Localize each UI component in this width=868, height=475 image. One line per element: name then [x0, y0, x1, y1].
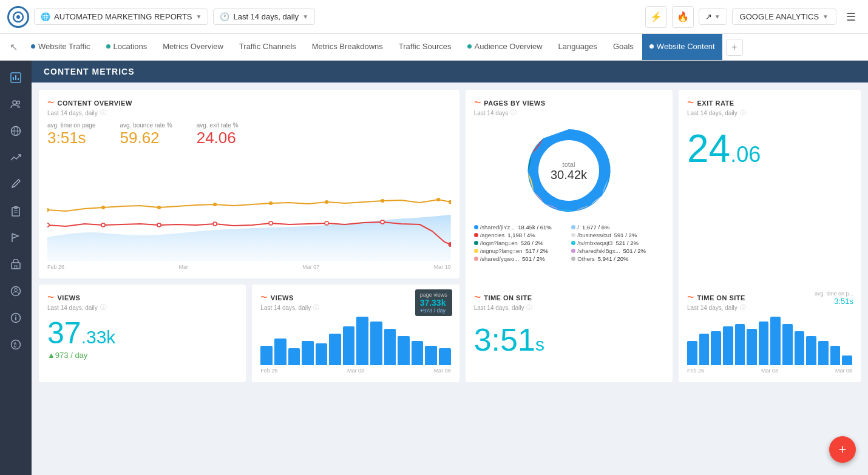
sidebar-icon-info[interactable]: [4, 306, 28, 330]
nav-tabs: ↖ Website Traffic Locations Metrics Over…: [0, 34, 868, 61]
tab-audience-overview[interactable]: Audience Overview: [460, 34, 550, 61]
tab-languages[interactable]: Languages: [551, 34, 605, 61]
svg-point-25: [101, 206, 105, 209]
info-icon3: ⓘ: [740, 109, 746, 117]
time2-barchart: [687, 317, 852, 365]
chevron-ga: ▼: [822, 13, 829, 20]
views1-title: 〜 VIEWS: [47, 293, 237, 302]
trend-icon2: 〜: [474, 98, 481, 107]
tab-traffic-sources[interactable]: Traffic Sources: [392, 34, 459, 61]
tab-traffic-channels[interactable]: Traffic Channels: [232, 34, 303, 61]
avg-bounce-stat: avg. bounce rate % 59.62: [120, 122, 172, 147]
tab-traffic-sources-label: Traffic Sources: [399, 42, 452, 51]
svg-point-31: [436, 198, 440, 201]
donut-legend: /shared/jiYz...18.45k / 61% /1,677 / 6% …: [474, 224, 664, 262]
svg-point-34: [101, 223, 105, 227]
date-range-label: Last 14 days, daily: [233, 12, 299, 21]
main-content: CONTENT METRICS 〜 CONTENT OVERVIEW Last …: [32, 61, 868, 475]
share-icon: ↗: [705, 12, 712, 21]
legend-item: /shared/sklBgx...501 / 2%: [571, 248, 664, 254]
sidebar-icon-chart[interactable]: [4, 66, 28, 90]
donut-chart: total 30.42k: [474, 122, 664, 219]
nav-back-btn[interactable]: ↖: [5, 41, 22, 53]
globe-icon: 🌐: [41, 12, 50, 21]
trend-icon6: 〜: [260, 293, 268, 302]
ga-label: GOOGLE ANALYTICS: [740, 12, 819, 21]
svg-point-1: [16, 15, 20, 19]
lightning-btn[interactable]: ⚡: [645, 6, 667, 28]
share-btn[interactable]: ↗ ▼: [699, 8, 727, 25]
avg-exit-value: 24.06: [197, 129, 239, 147]
exit-rate-card: 〜 EXIT RATE Last 14 days, daily ⓘ 24 .06: [679, 90, 861, 289]
views2-axis: Feb 26 Mar 03 Mar 08: [260, 368, 450, 374]
svg-point-39: [381, 220, 384, 224]
views2-barchart: [260, 317, 450, 365]
views1-value: 37 .33k: [47, 318, 237, 348]
tab-goals[interactable]: Goals: [606, 34, 641, 61]
report-label: AUTOMATED MARKETING REPORTS: [54, 12, 192, 21]
time2-card: 〜 TIME ON SITE Last 14 days, daily ⓘ avg…: [679, 285, 861, 382]
sidebar-icon-user-circle[interactable]: [4, 279, 28, 303]
logo[interactable]: [7, 6, 29, 28]
top-bar: 🌐 AUTOMATED MARKETING REPORTS ▼ 🕐 Last 1…: [0, 0, 868, 34]
tab-locations-label: Locations: [114, 42, 147, 51]
trend-icon5: 〜: [47, 293, 55, 302]
svg-point-7: [17, 101, 20, 104]
sidebar-icon-clipboard[interactable]: [4, 199, 28, 223]
ga-dropdown[interactable]: GOOGLE ANALYTICS ▼: [732, 8, 836, 25]
svg-point-18: [15, 289, 18, 292]
svg-point-6: [13, 101, 16, 104]
svg-text:total: total: [563, 161, 575, 168]
content-overview-subtitle: Last 14 days, daily ⓘ: [47, 109, 451, 117]
content-overview-title: 〜 CONTENT OVERVIEW: [47, 98, 451, 107]
stats-row: avg. time on page 3:51s avg. bounce rate…: [47, 122, 451, 147]
sidebar-icon-flag[interactable]: [4, 226, 28, 250]
legend-item: /agencies1,198 / 4%: [474, 232, 567, 238]
fire-btn[interactable]: 🔥: [672, 6, 694, 28]
avg-time-stat: avg. time on page 3:51s: [47, 122, 96, 147]
tab-metrics-overview-label: Metrics Overview: [163, 42, 223, 51]
sidebar-icon-edit[interactable]: [4, 172, 28, 197]
add-tab-btn[interactable]: +: [726, 39, 743, 56]
legend-item: /tv/mbxwqajt3521 / 2%: [571, 240, 664, 246]
sidebar-icon-users[interactable]: [4, 92, 28, 116]
legend-item: /business/cut591 / 2%: [571, 232, 664, 238]
svg-point-37: [269, 221, 273, 225]
tab-website-content[interactable]: Website Content: [642, 34, 722, 61]
dot-audience: [467, 44, 472, 49]
tab-metrics-breakdowns[interactable]: Metrics Breakdowns: [305, 34, 390, 61]
sidebar-icon-globe[interactable]: [4, 119, 28, 143]
legend-item: /1,677 / 6%: [571, 224, 664, 231]
svg-point-36: [213, 222, 217, 226]
dot-website-content: [649, 44, 654, 49]
fire-icon: 🔥: [677, 11, 689, 22]
main-layout: ₿ CONTENT METRICS 〜 CONTENT OVERVIEW Las…: [0, 61, 868, 475]
svg-rect-11: [12, 207, 19, 216]
views1-card: 〜 VIEWS Last 14 days, daily ⓘ 37 .33k ▲9…: [39, 285, 246, 382]
sidebar-icon-trending[interactable]: [4, 146, 28, 170]
tab-metrics-overview[interactable]: Metrics Overview: [155, 34, 231, 61]
report-dropdown[interactable]: 🌐 AUTOMATED MARKETING REPORTS ▼: [34, 8, 208, 25]
views1-sub: ▲973 / day: [47, 351, 237, 360]
svg-point-29: [325, 200, 328, 204]
time1-title: 〜 TIME ON SITE: [474, 293, 664, 302]
content-metrics-header: CONTENT METRICS: [32, 61, 868, 83]
tab-audience-label: Audience Overview: [475, 42, 543, 51]
views1-subtitle: Last 14 days, daily ⓘ: [47, 303, 237, 312]
avg-exit-stat: avg. exit rate % 24.06: [197, 122, 239, 147]
svg-point-24: [47, 208, 49, 212]
sidebar-icon-bitcoin[interactable]: ₿: [4, 332, 28, 357]
tab-website-traffic[interactable]: Website Traffic: [24, 34, 98, 61]
tab-locations[interactable]: Locations: [99, 34, 155, 61]
date-range-dropdown[interactable]: 🕐 Last 14 days, daily ▼: [213, 8, 315, 25]
menu-btn[interactable]: ☰: [841, 8, 861, 26]
fab-button[interactable]: +: [829, 436, 856, 463]
info-icon8: ⓘ: [740, 303, 746, 312]
clock-icon: 🕐: [220, 12, 229, 21]
trend-icon7: 〜: [474, 293, 481, 302]
svg-point-32: [449, 200, 451, 204]
sidebar-icon-building[interactable]: [4, 252, 28, 277]
trend-icon8: 〜: [687, 293, 694, 302]
sidebar: ₿: [0, 61, 32, 475]
time1-card: 〜 TIME ON SITE Last 14 days, daily ⓘ 3:5…: [466, 285, 673, 382]
